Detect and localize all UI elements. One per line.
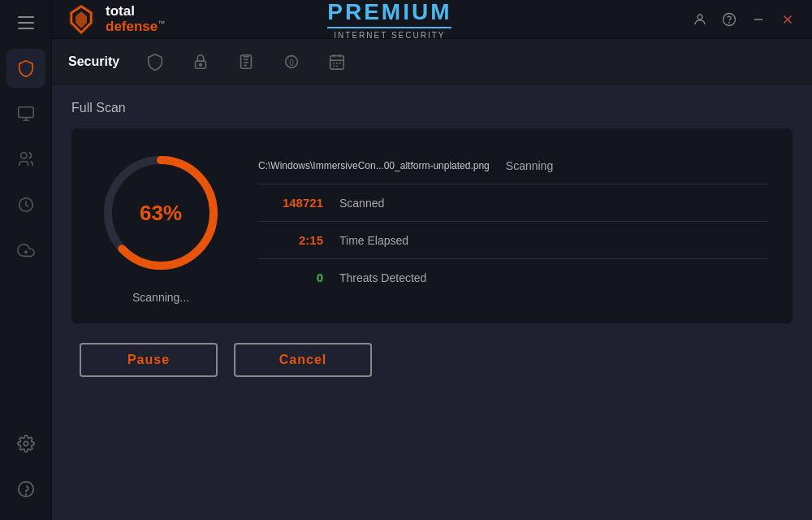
stat-scanning-label: Scanning — [506, 159, 553, 172]
svg-point-10 — [723, 13, 736, 25]
minimize-button[interactable] — [747, 8, 770, 31]
svg-point-11 — [729, 22, 730, 23]
cancel-button[interactable]: Cancel — [234, 343, 372, 377]
stat-scanning-value: C:\Windows\ImmersiveCon...00_altform-unp… — [258, 160, 506, 171]
close-button[interactable] — [776, 8, 799, 31]
help-button[interactable] — [718, 8, 741, 31]
nav-tab-calendar[interactable] — [321, 46, 353, 78]
circle-container: 63% Scanning... — [96, 148, 226, 304]
progress-percent: 63% — [140, 201, 182, 226]
window-controls — [689, 8, 799, 31]
sidebar-item-users[interactable] — [6, 140, 45, 179]
svg-rect-31 — [336, 65, 338, 67]
button-row: Pause Cancel — [71, 343, 793, 377]
scanning-status: Scanning... — [132, 291, 189, 304]
stat-row-threats: 0 Threats Detected — [258, 259, 768, 296]
stat-row-scanned: 148721 Scanned — [258, 184, 768, 222]
scan-panel: 63% Scanning... C:\Windows\ImmersiveCon.… — [71, 128, 793, 323]
brand-defense: defense — [106, 19, 158, 34]
svg-point-16 — [200, 63, 202, 66]
scan-stats: C:\Windows\ImmersiveCon...00_altform-unp… — [258, 148, 768, 296]
titlebar: total defense™ PREMIUM INTERNET SECURITY — [52, 0, 812, 39]
svg-rect-29 — [339, 62, 341, 63]
nav-tab-lock[interactable] — [184, 46, 217, 78]
product-subtitle: INTERNET SECURITY — [327, 27, 451, 40]
stat-threats-label: Threats Detected — [339, 271, 426, 284]
sidebar-item-security[interactable] — [6, 49, 45, 88]
logo-area: total defense™ — [65, 3, 165, 36]
stat-time-label: Time Elapsed — [339, 234, 408, 247]
brand-total: total — [106, 3, 135, 19]
sidebar-menu-button[interactable] — [11, 8, 41, 37]
sidebar-item-support[interactable] — [6, 470, 45, 509]
sidebar-item-settings[interactable] — [6, 424, 45, 463]
nav-tab-badge[interactable]: 0 — [275, 46, 308, 78]
product-name: PREMIUM — [327, 0, 451, 25]
svg-marker-7 — [76, 11, 87, 28]
stat-row-time: 2:15 Time Elapsed — [258, 222, 768, 259]
nav-row: Security — [52, 39, 812, 84]
profile-button[interactable] — [689, 8, 711, 31]
svg-text:0: 0 — [289, 58, 294, 67]
stat-row-scanning: C:\Windows\ImmersiveCon...00_altform-unp… — [258, 148, 768, 184]
logo-text: total defense™ — [106, 4, 165, 34]
sidebar-item-cloud[interactable] — [6, 231, 45, 270]
nav-active-label: Security — [68, 54, 119, 69]
stat-scanned-value: 148721 — [258, 196, 339, 210]
sidebar-item-pc[interactable] — [6, 94, 45, 133]
nav-tab-shield[interactable] — [139, 46, 171, 78]
svg-rect-27 — [334, 62, 335, 63]
product-title: PREMIUM INTERNET SECURITY — [327, 0, 451, 40]
stat-time-value: 2:15 — [258, 233, 339, 247]
section-title: Full Scan — [71, 101, 793, 115]
sidebar-item-speed[interactable] — [6, 185, 45, 224]
content-area: Full Scan 63% Scanning... C:\Windows\Imm… — [52, 84, 812, 520]
svg-rect-23 — [330, 55, 344, 69]
stat-threats-value: 0 — [258, 271, 339, 284]
brand-tm: ™ — [158, 19, 165, 27]
stat-scanned-label: Scanned — [339, 197, 384, 210]
svg-rect-30 — [334, 65, 335, 67]
svg-point-3 — [24, 441, 28, 446]
sidebar — [0, 0, 52, 520]
logo-icon — [65, 3, 97, 36]
svg-rect-28 — [336, 62, 338, 63]
svg-point-5 — [25, 494, 26, 495]
circle-progress: 63% — [96, 148, 226, 278]
nav-tab-clipboard[interactable] — [230, 46, 262, 78]
svg-rect-0 — [18, 107, 32, 118]
main-area: total defense™ PREMIUM INTERNET SECURITY — [52, 0, 812, 520]
pause-button[interactable]: Pause — [80, 343, 218, 377]
svg-point-9 — [698, 15, 702, 20]
svg-point-1 — [20, 153, 26, 158]
